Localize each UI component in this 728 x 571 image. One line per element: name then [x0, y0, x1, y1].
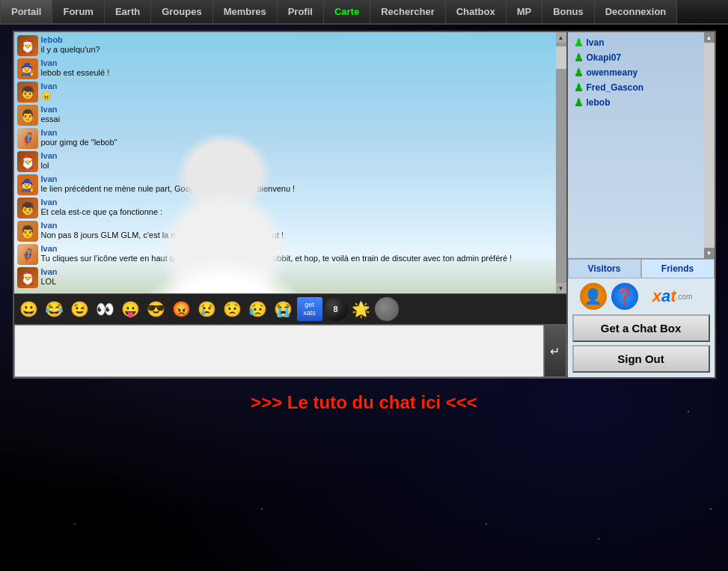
nav-item-rechercher[interactable]: Rechercher: [370, 0, 446, 23]
help-icon-button[interactable]: ❓: [611, 283, 638, 310]
user-item[interactable]: ♟lebob: [571, 95, 712, 110]
message-content: Ivanlebob est esseulé !: [41, 58, 563, 78]
message-username: Ivan: [41, 151, 563, 160]
nav-item-earth[interactable]: Earth: [105, 0, 151, 23]
message-text: LOL: [41, 276, 563, 287]
message-username: Ivan: [41, 198, 563, 207]
nav-item-portail[interactable]: Portail: [0, 0, 52, 23]
message-row: 🦸Ivanpour gimg de "lebob": [17, 128, 563, 149]
emote-0[interactable]: 😀: [17, 297, 41, 321]
chat-input[interactable]: [14, 325, 544, 377]
message-content: lebobil y a quelqu'un?: [41, 35, 563, 55]
xat-get-button[interactable]: getxats: [297, 297, 322, 321]
user-name: owenmeany: [587, 67, 638, 78]
nav-item-membres[interactable]: Membres: [213, 0, 278, 23]
user-item[interactable]: ♟Ivan: [571, 35, 712, 50]
message-text: le lien précédent ne mène nule part, Goo…: [41, 183, 563, 194]
message-username: Ivan: [41, 244, 563, 253]
chat-scroll-up[interactable]: ▲: [556, 32, 566, 43]
users-scroll-down[interactable]: ▼: [704, 248, 715, 258]
input-bar: ↵: [14, 324, 566, 377]
nav-item-mp[interactable]: MP: [507, 0, 543, 23]
avatar: 🎅: [17, 267, 38, 288]
xat-logo: xat .com: [643, 283, 703, 310]
message-username: Ivan: [41, 221, 563, 230]
message-row: 👨IvanNon pas 8 jours GLM GLM, c'est la m…: [17, 221, 563, 242]
nav-item-groupes[interactable]: Groupes: [151, 0, 212, 23]
message-text: il y a quelqu'un?: [41, 44, 563, 55]
nav-item-forum[interactable]: Forum: [52, 0, 104, 23]
avatar: 👦: [17, 82, 38, 103]
message-username: Ivan: [41, 105, 563, 114]
get-chatbox-button[interactable]: Get a Chat Box: [572, 314, 710, 342]
xat-a: a: [661, 287, 670, 305]
emote-4[interactable]: 😛: [119, 297, 143, 321]
message-row: 🎅IvanLOL: [17, 267, 563, 288]
emote-bar: 😀😂😉👀😛😎😡😢😟😥😭getxats8🌟: [14, 293, 566, 324]
message-text: 😠: [41, 91, 563, 101]
message-text: lol: [41, 160, 563, 171]
message-content: Ivanlol: [41, 151, 563, 171]
tab-visitors[interactable]: Visitors: [568, 259, 641, 278]
emote-7[interactable]: 😢: [195, 297, 219, 321]
message-content: Ivanpour gimg de "lebob": [41, 128, 563, 147]
nav-item-deconnexion[interactable]: Deconnexion: [595, 0, 678, 23]
sign-out-button[interactable]: Sign Out: [572, 345, 710, 373]
user-icon-button[interactable]: 👤: [580, 283, 607, 310]
emote-6[interactable]: 😡: [170, 297, 194, 321]
emote-8[interactable]: 😟: [221, 297, 245, 321]
message-content: IvanNon pas 8 jours GLM GLM, c'est la ma…: [41, 221, 563, 240]
vf-tabs: Visitors Friends: [568, 258, 715, 278]
message-row: 🦸IvanTu cliques sur l'icône verte en hau…: [17, 244, 563, 265]
tab-friends[interactable]: Friends: [641, 259, 715, 278]
message-username: Ivan: [41, 128, 563, 137]
message-text: Tu cliques sur l'icône verte en haut que…: [41, 253, 563, 263]
nav-item-chatbox[interactable]: Chatbox: [446, 0, 507, 23]
globe-icon[interactable]: [375, 297, 399, 321]
nav-item-bonus[interactable]: Bonus: [542, 0, 594, 23]
nav-item-carte[interactable]: Carte: [324, 0, 370, 23]
user-item[interactable]: ♟Fred_Gascon: [571, 80, 712, 95]
users-scroll-up[interactable]: ▲: [704, 32, 715, 43]
main-container: ▲ ▼ 🎅lebobil y a quelqu'un?🧙Ivanlebob es…: [13, 31, 716, 379]
message-username: Ivan: [41, 267, 563, 276]
message-row: 🎅lebobil y a quelqu'un?: [17, 35, 563, 56]
message-username: Ivan: [41, 58, 563, 67]
chat-area: ▲ ▼ 🎅lebobil y a quelqu'un?🧙Ivanlebob es…: [13, 31, 566, 379]
message-row: 👦IvanEt cela est-ce que ça fonctionne :: [17, 198, 563, 219]
chat-scroll-down[interactable]: ▼: [556, 283, 566, 293]
message-username: Ivan: [41, 82, 563, 91]
users-list: ♟Ivan♟Okapi07♟owenmeany♟Fred_Gascon♟lebo…: [568, 32, 715, 258]
message-row: 👦Ivan😠: [17, 82, 563, 103]
xat-tagline: .com: [676, 293, 693, 301]
emote-5[interactable]: 😎: [144, 297, 168, 321]
8ball-icon[interactable]: 8: [324, 297, 348, 321]
avatar: 🦸: [17, 244, 38, 265]
user-status-icon: ♟: [574, 82, 584, 94]
emote-1[interactable]: 😂: [43, 297, 67, 321]
user-name: Fred_Gascon: [587, 82, 644, 93]
icon-row: 👤 ❓ xat .com: [572, 283, 710, 310]
avatar: 🧙: [17, 174, 38, 195]
emote-10[interactable]: 😭: [272, 297, 296, 321]
send-button[interactable]: ↵: [544, 325, 566, 377]
avatar: 👦: [17, 198, 38, 219]
user-name: lebob: [587, 97, 611, 108]
message-content: Ivanle lien précédent ne mène nule part,…: [41, 174, 563, 194]
message-content: IvanTu cliques sur l'icône verte en haut…: [41, 244, 563, 263]
avatar: 👨: [17, 105, 38, 126]
user-status-icon: ♟: [574, 67, 584, 79]
emote-2[interactable]: 😉: [68, 297, 92, 321]
right-panel: ♟Ivan♟Okapi07♟owenmeany♟Fred_Gascon♟lebo…: [566, 31, 716, 379]
message-row: 🎅Ivanlol: [17, 151, 563, 172]
bottom-banner: >>> Le tuto du chat ici <<<: [0, 385, 728, 421]
right-bottom: 👤 ❓ xat .com Get a Chat Box Sign Out: [568, 278, 715, 377]
user-item[interactable]: ♟Okapi07: [571, 50, 712, 65]
avatar: 👨: [17, 221, 38, 242]
user-item[interactable]: ♟owenmeany: [571, 65, 712, 80]
message-content: Ivan😠: [41, 82, 563, 101]
nav-item-profil[interactable]: Profil: [278, 0, 324, 23]
emote-9[interactable]: 😥: [246, 297, 270, 321]
star-emote[interactable]: 🌟: [349, 297, 373, 321]
emote-3[interactable]: 👀: [94, 297, 117, 321]
